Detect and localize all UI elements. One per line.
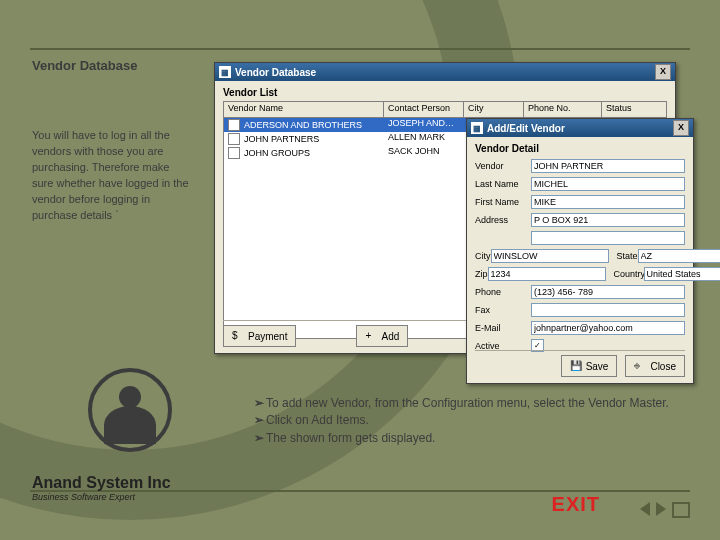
- row-checkbox[interactable]: [228, 147, 240, 159]
- bullet-icon: ➢: [254, 413, 264, 427]
- company-block: Anand System Inc Business Software Exper…: [32, 474, 171, 502]
- vendor-form: Vendor Last Name First Name Address City…: [475, 159, 685, 353]
- email-field[interactable]: [531, 321, 685, 335]
- save-bar: 💾Save ⎆Close: [475, 350, 685, 377]
- plus-icon: +: [365, 330, 377, 342]
- window-icon: ▦: [219, 66, 231, 78]
- row-checkbox[interactable]: [228, 119, 240, 131]
- address-field[interactable]: [531, 213, 685, 227]
- label-country: Country: [614, 269, 644, 279]
- col-phone[interactable]: Phone No.: [524, 102, 602, 118]
- page-title: Vendor Database: [32, 58, 138, 73]
- vendor-field[interactable]: [531, 159, 685, 173]
- door-icon: ⎆: [634, 360, 646, 372]
- close-button[interactable]: ⎆Close: [625, 355, 685, 377]
- col-contact[interactable]: Contact Person: [384, 102, 464, 118]
- label-zip: Zip: [475, 269, 488, 279]
- col-status[interactable]: Status: [602, 102, 666, 118]
- money-icon: $: [232, 330, 244, 342]
- label-city: City: [475, 251, 491, 261]
- company-logo: [88, 368, 172, 452]
- company-tagline: Business Software Expert: [32, 492, 171, 502]
- vendor-detail-label: Vendor Detail: [475, 143, 539, 154]
- col-city[interactable]: City: [464, 102, 524, 118]
- col-vendor-name[interactable]: Vendor Name: [224, 102, 384, 118]
- content: Vendor Database You will have to log in …: [0, 0, 720, 540]
- fax-field[interactable]: [531, 303, 685, 317]
- titlebar[interactable]: ▦ Add/Edit Vendor X: [467, 119, 693, 137]
- label-phone: Phone: [475, 287, 531, 297]
- exit-button[interactable]: EXIT: [552, 493, 600, 516]
- next-icon[interactable]: [656, 502, 666, 516]
- window-icon: ▦: [471, 122, 483, 134]
- body-paragraph: You will have to log in all the vendors …: [32, 128, 192, 224]
- save-icon: 💾: [570, 360, 582, 372]
- close-icon[interactable]: X: [673, 120, 689, 136]
- label-state: State: [617, 251, 638, 261]
- save-button[interactable]: 💾Save: [561, 355, 618, 377]
- label-address: Address: [475, 215, 531, 225]
- window-title: Add/Edit Vendor: [487, 123, 565, 134]
- label-lastname: Last Name: [475, 179, 531, 189]
- phone-field[interactable]: [531, 285, 685, 299]
- slide-nav: [640, 502, 690, 518]
- zip-field[interactable]: [488, 267, 606, 281]
- company-name: Anand System Inc: [32, 474, 171, 492]
- bullet-icon: ➢: [254, 396, 264, 410]
- state-field[interactable]: [638, 249, 720, 263]
- prev-icon[interactable]: [640, 502, 650, 516]
- hint-line: ➢The shown form gets displayed.: [254, 430, 684, 447]
- payment-button[interactable]: $Payment: [223, 325, 296, 347]
- close-icon[interactable]: X: [655, 64, 671, 80]
- label-email: E-Mail: [475, 323, 531, 333]
- address2-field[interactable]: [531, 231, 685, 245]
- lastname-field[interactable]: [531, 177, 685, 191]
- hint-line: ➢Click on Add Items.: [254, 412, 684, 429]
- bullet-icon: ➢: [254, 431, 264, 445]
- label-active: Active: [475, 341, 531, 351]
- add-button[interactable]: +Add: [356, 325, 408, 347]
- label-vendor: Vendor: [475, 161, 531, 171]
- label-fax: Fax: [475, 305, 531, 315]
- add-edit-vendor-window: ▦ Add/Edit Vendor X Vendor Detail Vendor…: [466, 118, 694, 384]
- country-field[interactable]: [644, 267, 720, 281]
- row-checkbox[interactable]: [228, 133, 240, 145]
- hint-line: ➢To add new Vendor, from the Configurati…: [254, 395, 684, 412]
- window-title: Vendor Database: [235, 67, 316, 78]
- label-firstname: First Name: [475, 197, 531, 207]
- city-field[interactable]: [491, 249, 609, 263]
- hints-block: ➢To add new Vendor, from the Configurati…: [254, 395, 684, 447]
- slide: Vendor Database You will have to log in …: [0, 0, 720, 540]
- firstname-field[interactable]: [531, 195, 685, 209]
- home-icon[interactable]: [672, 502, 690, 518]
- titlebar[interactable]: ▦ Vendor Database X: [215, 63, 675, 81]
- vendor-list-label: Vendor List: [223, 87, 277, 98]
